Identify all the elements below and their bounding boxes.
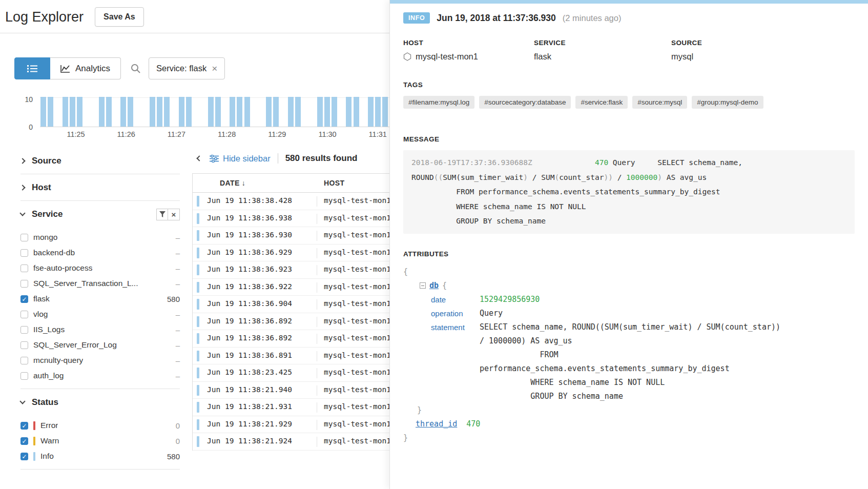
- list-view-button[interactable]: [14, 57, 50, 79]
- attribute-value[interactable]: SELECT schema_name, ROUND((SUM(sum_timer…: [480, 320, 855, 403]
- analytics-button[interactable]: Analytics: [50, 57, 121, 79]
- attribute-key[interactable]: thread_id: [416, 419, 457, 429]
- facet-item[interactable]: backend-db–: [20, 245, 180, 260]
- histogram-bar[interactable]: [237, 97, 242, 127]
- histogram-bar[interactable]: [273, 97, 279, 127]
- histogram-bar[interactable]: [186, 97, 192, 127]
- histogram-bar[interactable]: [63, 97, 68, 127]
- histogram-bar[interactable]: [164, 97, 170, 127]
- host-value[interactable]: mysql-test-mon1: [416, 52, 478, 62]
- histogram-bar[interactable]: [244, 97, 250, 127]
- facet-item[interactable]: SQL_Server_Error_Log–: [20, 337, 180, 353]
- checkbox[interactable]: [20, 326, 28, 334]
- tag-pill[interactable]: #sourcecategory:database: [479, 96, 571, 109]
- facet-item[interactable]: IIS_Logs–: [20, 322, 180, 337]
- histogram-bar[interactable]: [295, 97, 301, 127]
- histogram-bar[interactable]: [70, 97, 75, 127]
- service-filter-chip[interactable]: Service: flask: [149, 57, 225, 79]
- facet-item[interactable]: Warn0: [20, 433, 180, 449]
- attribute-value[interactable]: 470: [466, 419, 480, 429]
- histogram-bar[interactable]: [382, 97, 388, 127]
- histogram-bar[interactable]: [48, 97, 53, 127]
- checkbox[interactable]: [20, 311, 28, 318]
- facet-label-status: Status: [32, 397, 58, 408]
- close-brace: }: [403, 431, 855, 445]
- histogram-bar[interactable]: [179, 97, 184, 127]
- source-value[interactable]: mysql: [671, 52, 693, 62]
- histogram-bar[interactable]: [208, 97, 214, 127]
- tag-pill[interactable]: #filename:mysql.log: [403, 96, 474, 109]
- hide-sidebar-link[interactable]: Hide sidebar: [210, 154, 271, 164]
- facet-item[interactable]: mcnulty-query–: [20, 353, 180, 368]
- histogram-bar[interactable]: [346, 97, 352, 127]
- histogram-bar[interactable]: [128, 97, 133, 127]
- histogram-bar[interactable]: [324, 97, 330, 127]
- histogram-bar[interactable]: [120, 97, 126, 127]
- tag-pill[interactable]: #service:flask: [575, 96, 628, 109]
- search-icon[interactable]: [130, 63, 141, 74]
- date-column-header[interactable]: DATE: [220, 179, 245, 187]
- histogram-bar[interactable]: [317, 97, 323, 127]
- tag-pill[interactable]: #group:mysql-demo: [692, 96, 763, 109]
- facet-status[interactable]: Status: [20, 389, 180, 416]
- message-segment: ROUND: [411, 173, 434, 181]
- checkbox[interactable]: [20, 422, 28, 430]
- facet-host[interactable]: Host: [20, 174, 180, 201]
- facet-item[interactable]: mongo–: [20, 230, 180, 245]
- checkbox[interactable]: [20, 437, 28, 445]
- histogram-bar[interactable]: [288, 97, 294, 127]
- histogram-bar[interactable]: [150, 97, 155, 127]
- histogram-bar[interactable]: [368, 97, 374, 127]
- histogram-bar[interactable]: [40, 97, 46, 127]
- facet-clear-button[interactable]: [168, 209, 180, 220]
- facet-source[interactable]: Source: [20, 148, 180, 174]
- histogram-bar[interactable]: [157, 97, 162, 127]
- checkbox[interactable]: [20, 249, 28, 257]
- collapse-panel-chevron-icon[interactable]: [196, 155, 202, 161]
- attribute-key[interactable]: db: [429, 279, 439, 293]
- attribute-key[interactable]: operation: [431, 307, 480, 320]
- facet-item[interactable]: fse-auto-process–: [20, 260, 180, 276]
- attribute-value[interactable]: 1529429856930: [480, 293, 855, 307]
- histogram-bar[interactable]: [106, 97, 112, 127]
- attribute-thread-id: thread_id470: [416, 417, 855, 431]
- facet-service[interactable]: Service: [20, 201, 180, 228]
- checkbox[interactable]: [20, 372, 28, 380]
- facet-item[interactable]: auth_log–: [20, 368, 180, 383]
- facet-item-count: –: [176, 264, 180, 273]
- tag-pill[interactable]: #source:mysql: [632, 96, 687, 109]
- checkbox[interactable]: [20, 264, 28, 272]
- facet-item[interactable]: SQL_Server_Transaction_L...–: [20, 276, 180, 291]
- histogram-bar[interactable]: [354, 97, 359, 127]
- attribute-value[interactable]: Query: [480, 307, 855, 320]
- host-column-header[interactable]: HOST: [324, 179, 345, 187]
- histogram-bar[interactable]: [266, 97, 272, 127]
- detail-header: INFO Jun 19, 2018 at 11:37:36.930 (2 min…: [403, 12, 855, 24]
- facet-item[interactable]: Error0: [20, 418, 180, 433]
- row-status-indicator: [197, 213, 199, 224]
- checkbox[interactable]: [20, 295, 28, 303]
- facet-item[interactable]: vlog–: [20, 307, 180, 322]
- histogram-bar[interactable]: [99, 97, 105, 127]
- facet-item-count: –: [176, 249, 180, 257]
- histogram-bar[interactable]: [215, 97, 221, 127]
- checkbox[interactable]: [20, 234, 28, 241]
- histogram-bar[interactable]: [375, 97, 381, 127]
- remove-filter-icon[interactable]: [212, 64, 217, 73]
- histogram-bar[interactable]: [332, 97, 337, 127]
- histogram-bar[interactable]: [77, 97, 82, 127]
- attribute-key[interactable]: statement: [431, 320, 480, 403]
- collapse-icon[interactable]: [420, 282, 426, 289]
- facet-filter-button[interactable]: [156, 209, 168, 220]
- checkbox[interactable]: [20, 453, 28, 460]
- facet-item[interactable]: flask580: [20, 291, 180, 307]
- histogram-bar[interactable]: [230, 97, 235, 127]
- checkbox[interactable]: [20, 280, 28, 288]
- checkbox[interactable]: [20, 357, 28, 364]
- service-value[interactable]: flask: [534, 52, 551, 62]
- checkbox[interactable]: [20, 341, 28, 349]
- facet-item[interactable]: Info580: [20, 449, 180, 464]
- log-host: mysql-test-mon1: [324, 402, 391, 411]
- save-as-button[interactable]: Save As: [95, 7, 144, 27]
- attribute-key[interactable]: date: [431, 293, 480, 307]
